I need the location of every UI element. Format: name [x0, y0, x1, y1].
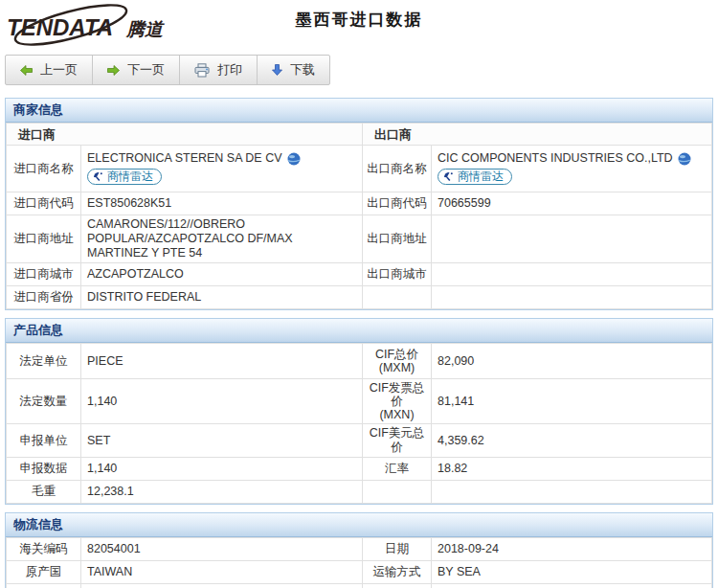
cif-total-value: 82,090 — [432, 344, 712, 379]
empty-value-cell — [432, 286, 712, 309]
origin-country-value: TAIWAN — [81, 561, 363, 584]
empty-label-cell — [363, 584, 432, 588]
radar-badge[interactable]: 商情雷达 — [438, 169, 512, 185]
arrow-left-icon — [20, 65, 33, 76]
exporter-name-label: 出口商名称 — [363, 146, 432, 192]
importer-name-value: ELECTRONICA STEREN SA DE CV — [87, 151, 282, 166]
customs-district-label: 进口关区 — [7, 584, 81, 588]
section-logistics: 物流信息 海关编码 82054001 日期 2018-09-24 原产国 TAI… — [5, 512, 713, 588]
prev-page-button[interactable]: 上一页 — [6, 56, 93, 84]
table-row: 进口商 出口商 — [7, 124, 712, 146]
print-label: 打印 — [217, 61, 242, 79]
table-row: 申报数据 1,140 汇率 18.82 — [7, 458, 712, 481]
empty-value-cell — [432, 481, 712, 504]
cif-invoice-label: CIF发票总价 (MXN) — [363, 379, 432, 424]
table-row: 毛重 12,238.1 — [7, 481, 712, 504]
table-row: 海关编码 82054001 日期 2018-09-24 — [7, 538, 712, 561]
legal-qty-value: 1,140 — [81, 379, 363, 424]
page-title: 墨西哥进口数据 — [0, 9, 718, 31]
exporter-city-label: 出口商城市 — [363, 263, 432, 286]
legal-unit-label: 法定单位 — [7, 344, 81, 379]
importer-address-value: CAMARONES/112//OBRERO POPULAR/AZCAPOTZAL… — [81, 215, 363, 263]
declared-unit-label: 申报单位 — [7, 424, 81, 458]
radar-label: 商情雷达 — [107, 170, 153, 183]
date-label: 日期 — [363, 538, 432, 561]
toolbar: 上一页 下一页 打印 下载 — [5, 55, 330, 85]
legal-unit-value: PIECE — [81, 344, 363, 379]
product-section-title: 产品信息 — [6, 319, 712, 343]
table-row: 法定单位 PIECE CIF总价 (MXM) 82,090 — [7, 344, 712, 379]
hs-code-label: 海关编码 — [7, 538, 81, 561]
merchant-table: 进口商 出口商 进口商名称 ELECTRONICA STEREN SA DE C… — [6, 123, 712, 309]
table-row: 进口商代码 EST850628K51 出口商代码 70665599 — [7, 192, 712, 215]
merchant-section-title: 商家信息 — [6, 99, 712, 123]
section-merchant: 商家信息 进口商 出口商 进口商名称 ELECTRONICA STEREN SA… — [5, 98, 713, 310]
table-row: 进口商省份 DISTRITO FEDERAL — [7, 286, 712, 309]
radar-label: 商情雷达 — [458, 170, 504, 183]
table-row: 法定数量 1,140 CIF发票总价 (MXN) 81,141 — [7, 379, 712, 424]
exporter-header: 出口商 — [363, 124, 712, 146]
exchange-rate-label: 汇率 — [363, 458, 432, 481]
table-row: 进口关区 MANZANILLO, MANZANILLO, COLIMA — [7, 584, 712, 588]
importer-header: 进口商 — [7, 124, 363, 146]
importer-city-label: 进口商城市 — [7, 263, 81, 286]
exporter-city-value — [432, 263, 712, 286]
download-label: 下载 — [290, 61, 315, 79]
cif-total-label: CIF总价 (MXM) — [363, 344, 432, 379]
exchange-rate-value: 18.82 — [432, 458, 712, 481]
empty-value-cell — [432, 584, 712, 588]
next-page-button[interactable]: 下一页 — [93, 56, 180, 84]
hs-code-value: 82054001 — [81, 538, 363, 561]
printer-icon — [194, 63, 210, 78]
table-row: 进口商名称 ELECTRONICA STEREN SA DE CV — [7, 146, 712, 192]
product-table: 法定单位 PIECE CIF总价 (MXM) 82,090 法定数量 1,140… — [6, 343, 712, 504]
globe-icon[interactable] — [678, 152, 691, 166]
page-header: TENDATA 腾道 墨西哥进口数据 — [0, 0, 718, 52]
table-row: 申报单位 SET CIF美元总价 4,359.62 — [7, 424, 712, 458]
importer-code-value: EST850628K51 — [81, 192, 363, 215]
section-product: 产品信息 法定单位 PIECE CIF总价 (MXM) 82,090 法定数量 … — [5, 318, 713, 505]
table-row: 进口商城市 AZCAPOTZALCO 出口商城市 — [7, 263, 712, 286]
radar-badge[interactable]: 商情雷达 — [87, 169, 162, 185]
exporter-code-value: 70665599 — [432, 192, 712, 215]
customs-district-value: MANZANILLO, MANZANILLO, COLIMA — [81, 584, 363, 588]
satellite-dish-icon — [443, 171, 455, 182]
satellite-dish-icon — [93, 171, 104, 182]
print-button[interactable]: 打印 — [180, 56, 258, 84]
exporter-address-label: 出口商地址 — [363, 215, 432, 263]
cif-usd-label: CIF美元总价 — [363, 424, 432, 458]
date-value: 2018-09-24 — [432, 538, 712, 561]
legal-qty-label: 法定数量 — [7, 379, 81, 424]
globe-icon[interactable] — [287, 152, 301, 166]
gross-weight-value: 12,238.1 — [81, 481, 363, 504]
table-row: 进口商地址 CAMARONES/112//OBRERO POPULAR/AZCA… — [7, 215, 712, 263]
gross-weight-label: 毛重 — [7, 481, 81, 504]
origin-country-label: 原产国 — [7, 561, 81, 584]
cif-invoice-value: 81,141 — [432, 379, 712, 424]
record-detail: 商家信息 进口商 出口商 进口商名称 ELECTRONICA STEREN SA… — [0, 98, 718, 588]
exporter-code-label: 出口商代码 — [363, 192, 432, 215]
download-button[interactable]: 下载 — [258, 56, 329, 84]
importer-name-label: 进口商名称 — [7, 146, 81, 192]
transport-mode-label: 运输方式 — [363, 561, 432, 584]
logistics-section-title: 物流信息 — [6, 513, 712, 537]
exporter-address-value — [432, 215, 712, 263]
transport-mode-value: BY SEA — [432, 561, 712, 584]
cif-usd-value: 4,359.62 — [432, 424, 712, 458]
exporter-name-value: CIC COMPONENTS INDUSTRIES CO.,LTD — [438, 151, 673, 166]
empty-label-cell — [363, 286, 432, 309]
declared-qty-value: 1,140 — [81, 458, 363, 481]
declared-unit-value: SET — [81, 424, 363, 458]
importer-name-cell: ELECTRONICA STEREN SA DE CV — [81, 146, 363, 192]
importer-city-value: AZCAPOTZALCO — [81, 263, 363, 286]
importer-province-label: 进口商省份 — [7, 286, 81, 309]
empty-label-cell — [363, 481, 432, 504]
prev-page-label: 上一页 — [40, 61, 78, 79]
importer-address-label: 进口商地址 — [7, 215, 81, 263]
declared-qty-label: 申报数据 — [7, 458, 81, 481]
arrow-right-icon — [107, 65, 120, 76]
arrow-down-icon — [272, 64, 282, 76]
logistics-table: 海关编码 82054001 日期 2018-09-24 原产国 TAIWAN 运… — [6, 537, 712, 588]
importer-province-value: DISTRITO FEDERAL — [81, 286, 363, 309]
next-page-label: 下一页 — [127, 61, 165, 79]
